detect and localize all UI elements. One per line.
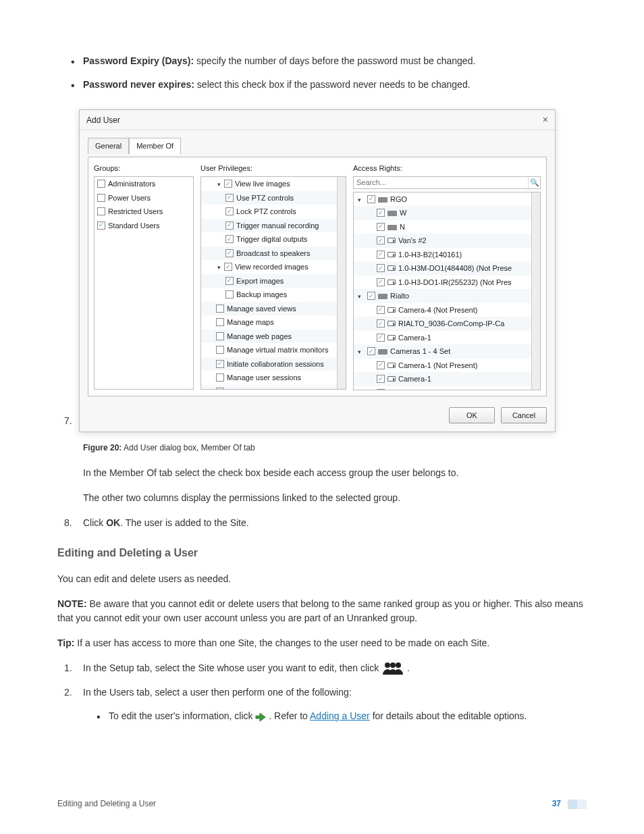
checkbox-icon[interactable] bbox=[377, 389, 385, 390]
group-item[interactable]: Restricted Users bbox=[95, 205, 193, 219]
server-icon bbox=[387, 225, 397, 230]
rights-item[interactable]: RGO bbox=[354, 192, 540, 207]
privilege-item[interactable]: Broadcast to speakers bbox=[201, 246, 346, 261]
caret-icon[interactable] bbox=[356, 346, 362, 357]
checkbox-icon[interactable] bbox=[225, 221, 234, 230]
rights-item[interactable]: 1.0-H3M-DO1(484408) (Not Prese bbox=[354, 261, 540, 276]
checkbox-icon[interactable] bbox=[216, 318, 224, 326]
edit-intro: You can edit and delete users as needed. bbox=[57, 572, 587, 586]
privilege-item[interactable]: Manage saved views bbox=[201, 302, 346, 316]
search-icon[interactable]: 🔍 bbox=[528, 177, 540, 188]
rights-item[interactable]: Van's #2 bbox=[354, 234, 540, 248]
privilege-item[interactable]: Use PTZ controls bbox=[201, 191, 346, 205]
privilege-item[interactable]: Manage user sessions bbox=[201, 371, 346, 385]
checkbox-icon[interactable] bbox=[377, 375, 385, 383]
checkbox-icon[interactable] bbox=[225, 290, 234, 298]
caret-icon[interactable] bbox=[356, 194, 362, 205]
privilege-item[interactable]: Manage virtual matrix monitors bbox=[201, 343, 346, 357]
privilege-item[interactable]: Trigger manual recording bbox=[201, 219, 346, 233]
privilege-item[interactable]: Initiate collaboration sessions bbox=[201, 357, 346, 371]
group-item[interactable]: Standard Users bbox=[95, 219, 193, 233]
checkbox-icon[interactable] bbox=[377, 264, 385, 272]
rights-item[interactable]: Camera-1 bbox=[354, 386, 540, 390]
checkbox-icon[interactable] bbox=[377, 251, 385, 259]
rights-item[interactable]: Camera-4 (Not Present) bbox=[354, 303, 540, 317]
step-8: 8. Click OK. The user is added to the Si… bbox=[83, 516, 587, 530]
checkbox-icon[interactable] bbox=[377, 306, 385, 314]
privilege-item[interactable]: Export images bbox=[201, 274, 346, 288]
cancel-button[interactable]: Cancel bbox=[501, 407, 547, 424]
rights-item[interactable]: RIALTO_9036-ComComp-IP-Ca bbox=[354, 317, 540, 331]
svg-point-2 bbox=[396, 662, 401, 668]
checkbox-icon[interactable] bbox=[97, 180, 105, 188]
checkbox-icon[interactable] bbox=[367, 195, 375, 203]
checkbox-icon[interactable] bbox=[216, 360, 224, 368]
rights-item[interactable]: N bbox=[354, 220, 540, 234]
bullet-password-never-expires: Password never expires: select this chec… bbox=[83, 78, 587, 92]
rights-item[interactable]: W bbox=[354, 206, 540, 220]
privilege-item[interactable]: View recorded images bbox=[201, 260, 346, 274]
privilege-item[interactable]: Lock PTZ controls bbox=[201, 205, 346, 219]
checkbox-icon[interactable] bbox=[377, 334, 385, 342]
caret-icon[interactable] bbox=[216, 261, 221, 273]
svg-point-1 bbox=[390, 662, 396, 668]
privileges-listbox[interactable]: View live imagesUse PTZ controlsLock PTZ… bbox=[200, 176, 346, 390]
privilege-item[interactable]: Trigger digital outputs bbox=[201, 232, 346, 246]
checkbox-icon[interactable] bbox=[377, 223, 385, 231]
checkbox-icon[interactable] bbox=[225, 235, 234, 243]
adding-user-link[interactable]: Adding a User bbox=[310, 710, 370, 721]
checkbox-icon[interactable] bbox=[377, 278, 385, 286]
rights-item[interactable]: Camera-1 (Not Present) bbox=[354, 359, 540, 373]
checkbox-icon[interactable] bbox=[225, 249, 234, 257]
camera-icon bbox=[387, 335, 396, 340]
search-input[interactable]: 🔍 bbox=[353, 176, 541, 189]
checkbox-icon[interactable] bbox=[216, 373, 224, 382]
checkbox-icon[interactable] bbox=[97, 207, 105, 215]
checkbox-icon[interactable] bbox=[97, 221, 105, 230]
checkbox-icon[interactable] bbox=[377, 236, 385, 244]
checkbox-icon[interactable] bbox=[225, 194, 234, 202]
privilege-item[interactable]: View live images bbox=[201, 177, 346, 191]
tab-member-of[interactable]: Member Of bbox=[129, 138, 181, 155]
checkbox-icon[interactable] bbox=[225, 277, 234, 285]
rights-item[interactable]: Rialto bbox=[354, 289, 540, 303]
checkbox-icon[interactable] bbox=[97, 194, 105, 202]
rights-listbox[interactable]: RGOWNVan's #21.0-H3-B2(140161)1.0-H3M-DO… bbox=[353, 192, 541, 390]
checkbox-icon[interactable] bbox=[224, 263, 232, 271]
checkbox-icon[interactable] bbox=[216, 305, 224, 313]
ok-button[interactable]: OK bbox=[449, 407, 495, 424]
checkbox-icon[interactable] bbox=[377, 361, 385, 369]
rights-item[interactable]: Camera-1 bbox=[354, 372, 540, 386]
dialog-tabs: GeneralMember Of bbox=[88, 137, 547, 154]
rights-item[interactable]: Cameras 1 - 4 Set bbox=[354, 344, 540, 359]
privilege-item[interactable]: Backup images bbox=[201, 288, 346, 302]
checkbox-icon[interactable] bbox=[224, 180, 232, 188]
privilege-item[interactable]: Listen to microphones bbox=[201, 385, 346, 390]
server-icon bbox=[378, 294, 387, 299]
checkbox-icon[interactable] bbox=[377, 209, 385, 217]
checkbox-icon[interactable] bbox=[377, 319, 385, 328]
checkbox-icon[interactable] bbox=[367, 347, 375, 355]
page-footer: Editing and Deleting a User 37 bbox=[57, 798, 587, 810]
checkbox-icon[interactable] bbox=[225, 207, 234, 215]
tab-general[interactable]: General bbox=[88, 138, 129, 154]
figure-caption: Figure 20: Add User dialog box, Member O… bbox=[83, 442, 587, 454]
checkbox-icon[interactable] bbox=[216, 346, 224, 354]
camera-icon bbox=[387, 321, 396, 326]
rights-item[interactable]: Camera-1 bbox=[354, 331, 540, 345]
caret-icon[interactable] bbox=[216, 178, 221, 190]
privilege-item[interactable]: Manage web pages bbox=[201, 330, 346, 344]
checkbox-icon[interactable] bbox=[367, 292, 375, 300]
close-icon[interactable]: × bbox=[543, 113, 548, 127]
group-item[interactable]: Administrators bbox=[95, 177, 193, 191]
edit-arrow-icon bbox=[255, 712, 266, 722]
intro-bullet-list: Password Expiry (Days): specify the numb… bbox=[57, 54, 587, 92]
checkbox-icon[interactable] bbox=[216, 332, 224, 340]
groups-listbox[interactable]: AdministratorsPower UsersRestricted User… bbox=[94, 176, 194, 390]
group-item[interactable]: Power Users bbox=[95, 191, 193, 205]
checkbox-icon[interactable] bbox=[216, 388, 224, 390]
rights-item[interactable]: 1.0-H3-B2(140161) bbox=[354, 248, 540, 262]
privilege-item[interactable]: Manage maps bbox=[201, 315, 346, 330]
caret-icon[interactable] bbox=[356, 290, 362, 302]
rights-item[interactable]: 1.0-H3-DO1-IR(255232) (Not Pres bbox=[354, 276, 540, 290]
